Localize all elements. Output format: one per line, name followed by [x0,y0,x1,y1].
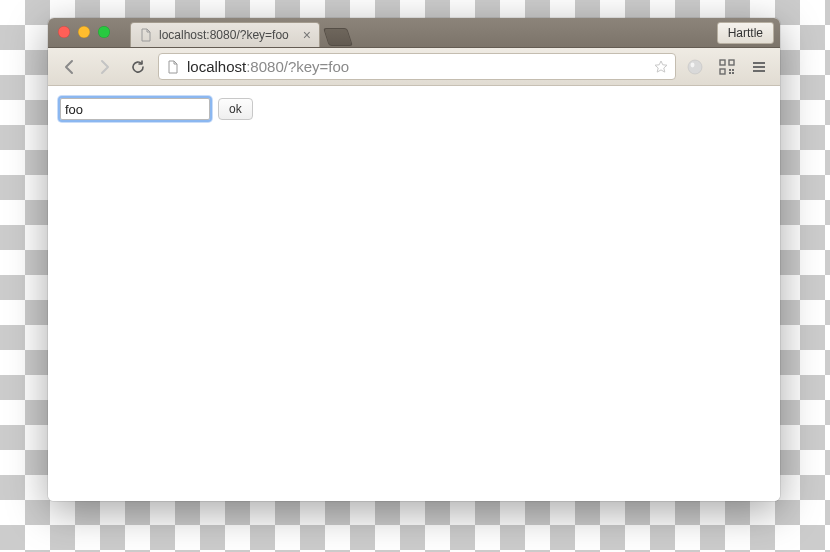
svg-rect-4 [720,69,725,74]
svg-rect-2 [720,60,725,65]
url-path: :8080/?key=foo [246,58,349,75]
svg-rect-5 [729,69,731,71]
forward-button[interactable] [90,54,118,80]
profile-badge[interactable]: Harttle [717,22,774,44]
ok-button[interactable]: ok [218,98,253,120]
minimize-window-button[interactable] [78,26,90,38]
browser-tab[interactable]: localhost:8080/?key=foo × [130,22,320,47]
close-tab-icon[interactable]: × [303,28,311,42]
url-host: localhost [187,58,246,75]
toolbar: localhost:8080/?key=foo [48,48,780,86]
address-bar[interactable]: localhost:8080/?key=foo [158,53,676,80]
menu-icon[interactable] [746,54,772,80]
bookmark-star-icon[interactable] [653,59,669,75]
tab-strip: localhost:8080/?key=foo × [130,18,772,47]
window-titlebar: localhost:8080/?key=foo × Harttle [48,18,780,48]
key-input[interactable] [60,98,210,120]
svg-rect-7 [729,72,731,74]
back-button[interactable] [56,54,84,80]
reload-button[interactable] [124,54,152,80]
page-content: ok [48,86,780,501]
svg-rect-3 [729,60,734,65]
traffic-lights [58,26,110,38]
globe-extension-icon[interactable] [682,54,708,80]
qr-extension-icon[interactable] [714,54,740,80]
new-tab-button[interactable] [323,28,353,46]
tab-title: localhost:8080/?key=foo [159,28,297,42]
svg-rect-6 [732,72,734,74]
svg-point-0 [688,60,702,74]
svg-point-1 [691,62,695,67]
site-icon [165,59,181,75]
svg-rect-8 [732,69,734,71]
close-window-button[interactable] [58,26,70,38]
profile-name: Harttle [728,26,763,40]
page-icon [139,28,153,42]
url-text: localhost:8080/?key=foo [187,58,647,75]
browser-window: localhost:8080/?key=foo × Harttle localh… [48,18,780,501]
maximize-window-button[interactable] [98,26,110,38]
